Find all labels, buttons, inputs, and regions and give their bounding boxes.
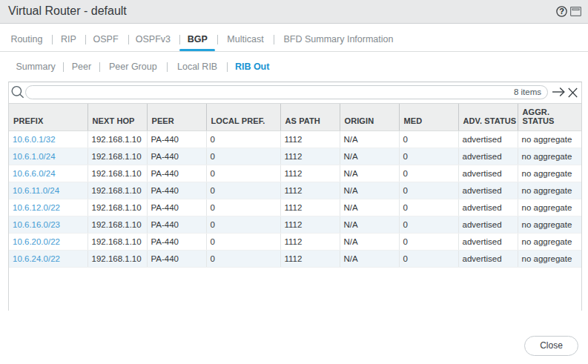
svg-text:?: ? <box>559 7 564 16</box>
